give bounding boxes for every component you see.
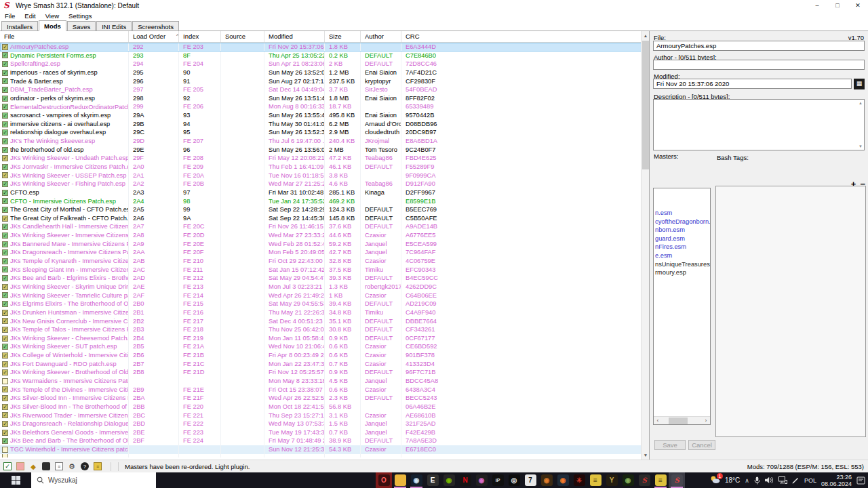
help-icon[interactable]: ? (81, 462, 89, 470)
goblet-icon[interactable]: Y (604, 472, 620, 488)
table-row[interactable]: ✓Spellcrafting2.esp294FE 204Sun Apr 21 0… (0, 60, 642, 68)
table-row[interactable]: ✓JKs Drunken Huntsman - Immersive Citize… (0, 308, 642, 317)
plugin-checkbox-icon[interactable]: ✓ (2, 190, 8, 196)
plugin-checkbox-icon[interactable] (2, 454, 8, 458)
desc-scroll-up-icon[interactable]: ▲ (859, 101, 863, 105)
netflix-icon[interactable]: N (457, 472, 473, 488)
table-row[interactable]: ✓ordinator - perks of skyrim.esp29892Sun… (0, 94, 642, 103)
col-source[interactable]: Source (221, 31, 264, 42)
table-row[interactable]: ✓JKs Temple of the Divines - Immersive C… (0, 386, 642, 394)
master-item[interactable]: nFires.esm (655, 243, 710, 251)
plugin-checkbox-icon[interactable]: ✓ (2, 232, 8, 239)
table-row[interactable]: ✓JKs Winking Skeever - Brotherhood of Ol… (0, 368, 642, 377)
table-row[interactable]: ✓JKs Silver-Blood Inn - The Brotherhood … (0, 403, 642, 411)
tab-screenshots[interactable]: Screenshots (132, 21, 179, 30)
plugin-checkbox-icon[interactable]: ✓ (2, 344, 8, 350)
plugin-checkbox-icon[interactable]: ✓ (2, 404, 8, 410)
plugin-checkbox-icon[interactable]: ✓ (2, 129, 8, 136)
table-row[interactable]: ✓CFTO - Immersive Citizens Patch.esp2A49… (0, 197, 642, 206)
plugin-checkbox-icon[interactable]: ✓ (2, 249, 8, 256)
table-row[interactable]: ✓JK's The Winking Skeever.esp29DFE 207Th… (0, 137, 642, 146)
plugin-checkbox-icon[interactable]: ✓ (2, 96, 8, 102)
table-row[interactable]: ✓CFTO.esp2A397Fri Mar 31 10:02:48 ...285… (0, 188, 642, 197)
merged-plugin-icon[interactable] (16, 462, 24, 470)
xedit-book-icon[interactable]: ≡ (587, 472, 604, 488)
book-icon[interactable] (42, 462, 50, 470)
table-row[interactable]: ✓ArmouryPatches.esp292FE 203Fri Nov 20 1… (0, 43, 642, 52)
tab-ini-edits[interactable]: INI Edits (96, 21, 132, 30)
microphone-icon[interactable] (754, 476, 760, 485)
file-explorer-icon[interactable] (392, 472, 408, 488)
col-modified[interactable]: Modified (264, 31, 325, 42)
notification-center-icon[interactable] (856, 476, 865, 485)
plugin-checkbox-icon[interactable]: ✓ (2, 216, 8, 222)
master-item[interactable]: nsUniqueTreasures.esp (655, 260, 710, 269)
table-row[interactable]: ✓JKs Bee and Barb - The Brotherhood of O… (0, 436, 642, 445)
table-row[interactable]: ✓the brotherhood of old.esp29E96Sun May … (0, 146, 642, 155)
plugin-checkbox-icon[interactable]: ✓ (2, 61, 8, 67)
masters-listbox[interactable]: n.esmcyoftheDragonborn.esmnborn.esmguard… (653, 188, 711, 425)
master-item[interactable]: n.esm (655, 209, 710, 218)
scroll-right-icon[interactable]: › (702, 417, 710, 425)
tab-mods[interactable]: Mods (39, 20, 66, 31)
description-textarea[interactable]: ▲ ▼ (653, 99, 865, 150)
col-author[interactable]: Author (361, 31, 401, 42)
weather-icon[interactable]: 1 (710, 475, 720, 485)
table-vertical-scrollbar[interactable]: ▲ ▼ (641, 31, 649, 460)
fox-icon[interactable]: ◉ (538, 472, 555, 488)
menu-edit[interactable]: Edit (24, 12, 35, 20)
calendar-icon[interactable]: ▦ (854, 79, 865, 89)
table-row[interactable]: TGC Winterhold - Immersive Citizens patc… (0, 445, 642, 454)
plugin-checkbox-icon[interactable]: ✓ (2, 181, 8, 187)
table-row[interactable]: ✓JKs Winking Skeever - Undeath Patch.esp… (0, 154, 642, 163)
plugin-checkbox-icon[interactable]: ✓ (2, 386, 8, 392)
master-item[interactable]: e.esm (655, 251, 710, 260)
plugin-checkbox-icon[interactable]: ✓ (2, 275, 8, 281)
table-row[interactable]: ✓JKs Belethors General Goods - Immersive… (0, 428, 642, 437)
plugin-checkbox-icon[interactable]: ✓ (2, 78, 8, 84)
plugin-checkbox-icon[interactable]: ✓ (2, 430, 8, 436)
master-item[interactable]: cyoftheDragonborn.esm (655, 218, 710, 226)
taskbar-search[interactable]: Wyszukaj (31, 472, 156, 488)
modified-input[interactable] (653, 79, 852, 89)
plugin-checkbox-icon[interactable]: ✓ (2, 318, 8, 324)
wrye-bash-icon[interactable]: S (636, 472, 652, 488)
plugin-checkbox-icon[interactable]: ✓ (2, 52, 8, 58)
plugin-checkbox-icon[interactable]: ✓ (2, 352, 8, 359)
settings-gear-icon[interactable]: ⚙ (68, 462, 76, 470)
scroll-down-icon[interactable]: ▼ (642, 451, 650, 460)
plugin-checkbox-icon[interactable]: ✓ (2, 70, 8, 76)
table-row[interactable]: ✓sacrosanct - vampires of skyrim.esp29A9… (0, 111, 642, 120)
masters-scroll-thumb[interactable] (669, 418, 688, 424)
tab-saves[interactable]: Saves (67, 21, 96, 30)
spider-icon[interactable]: ✳ (571, 472, 587, 488)
taskbar-clock[interactable]: 23:26 08.06.2024 (821, 474, 852, 487)
plugin-checkbox-icon[interactable]: ✓ (2, 155, 8, 161)
plugin-checkbox-icon[interactable]: ✓ (2, 198, 8, 204)
menu-settings[interactable]: Settings (68, 12, 92, 20)
table-row[interactable]: ✓relationship dialogue overhaul.esp29C95… (0, 128, 642, 137)
table-row[interactable]: ✓JKs Dragonsreach - Immersive Citizens P… (0, 248, 642, 257)
scrollbar-thumb[interactable] (642, 41, 649, 169)
plugin-checkbox-icon[interactable]: ✓ (2, 241, 8, 247)
master-item[interactable]: guard.esm (655, 235, 710, 243)
active-plugin-check-icon[interactable]: ✓ (3, 462, 12, 470)
blender-icon[interactable]: ◉ (555, 472, 571, 488)
network-icon[interactable] (778, 476, 787, 484)
tray-expand-icon[interactable]: ∧ (745, 477, 749, 484)
plugin-checkbox-icon[interactable]: ✓ (2, 327, 8, 333)
table-row[interactable]: ✓JKs Elgrims Elixirs - The Brotherhood o… (0, 300, 642, 308)
plugin-checkbox-icon[interactable]: ✓ (2, 438, 8, 444)
table-row[interactable]: ✓immersive citizens - ai overhaul.esp29B… (0, 120, 642, 129)
table-row[interactable]: ✓The Great City of Morthal - CFTO Patch.… (0, 205, 642, 214)
table-row[interactable]: ✓JKs Riverwood Trader - Immersive Citize… (0, 411, 642, 420)
plugin-checkbox-icon[interactable]: ✓ (2, 87, 8, 93)
table-row[interactable]: ✓JKs Silver-Blood Inn - Immersive Citize… (0, 394, 642, 403)
table-row[interactable]: ✓imperious - races of skyrim.esp29590Sun… (0, 68, 642, 77)
scroll-left-icon[interactable]: ‹ (654, 417, 662, 425)
steelseries-icon[interactable]: ◎ (506, 472, 522, 488)
table-row[interactable]: ✓JKs Jorrvaskr - Immersive Citizens Patc… (0, 163, 642, 171)
table-row[interactable]: ✓JKs College of Winterhold - Immersive C… (0, 351, 642, 360)
table-row[interactable]: ✓JKs Temple of Kynareth - Immersive Citi… (0, 257, 642, 266)
temperature[interactable]: 18°C (725, 476, 740, 484)
